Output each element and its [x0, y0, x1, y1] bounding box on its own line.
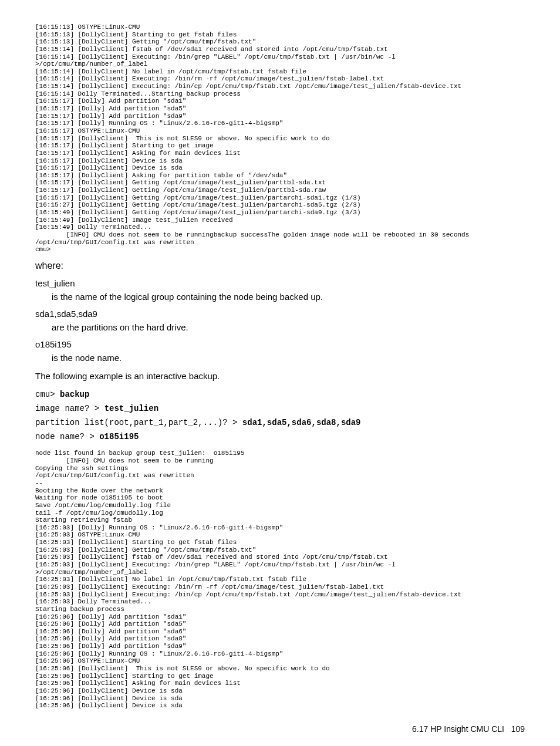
- def-desc: is the name of the logical group contain…: [52, 291, 525, 303]
- user-input: test_julien: [104, 404, 158, 413]
- prompt: node name? >: [35, 432, 99, 441]
- paragraph: The following example is an interactive …: [35, 370, 525, 382]
- log-output-2: node list found in backup group test_jul…: [35, 450, 525, 709]
- user-input: sda1,sda5,sda6,sda8,sda9: [242, 418, 361, 427]
- def-desc: is the node name.: [52, 352, 525, 364]
- log-output-1: [16:15:13] OSTYPE:Linux-CMU [16:15:13] […: [35, 23, 525, 254]
- prompt: image name? >: [35, 404, 104, 413]
- where-label: where:: [35, 259, 525, 272]
- def-term: sda1,sda5,sda9: [35, 308, 525, 320]
- def-term: o185i195: [35, 338, 525, 350]
- footer-section: 6.17 HP Insight CMU CLI: [412, 724, 504, 734]
- user-input: backup: [60, 390, 89, 399]
- prompt: cmu>: [35, 390, 60, 399]
- page-footer: 6.17 HP Insight CMU CLI 109: [35, 724, 525, 735]
- definition-list: test_julien is the name of the logical g…: [35, 277, 525, 364]
- footer-page-number: 109: [511, 724, 525, 734]
- def-desc: are the partitions on the hard drive.: [52, 321, 525, 333]
- user-input: o185i195: [99, 432, 139, 441]
- def-term: test_julien: [35, 277, 525, 289]
- prompt: partition list(root,part_1,part_2,...)? …: [35, 418, 242, 427]
- interactive-session: cmu> backup image name? > test_julien pa…: [35, 388, 525, 444]
